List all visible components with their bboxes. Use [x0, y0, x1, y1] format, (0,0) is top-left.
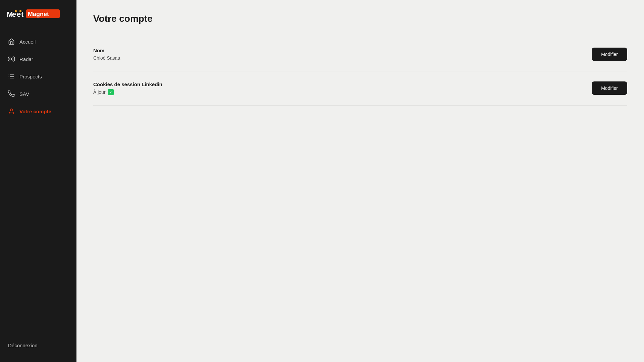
sidebar-item-prospects-label: Prospects	[19, 74, 42, 79]
sidebar-item-votre-compte[interactable]: Votre compte	[0, 103, 76, 119]
cookies-modifier-button[interactable]: Modifier	[592, 81, 627, 95]
cookies-info: Cookies de session Linkedin À jour ✓	[93, 81, 162, 95]
deconnexion-button[interactable]: Déconnexion	[8, 343, 38, 348]
nom-info: Nom Chloé Sasaa	[93, 48, 120, 61]
checkmark-icon: ✓	[108, 89, 114, 95]
nom-section: Nom Chloé Sasaa Modifier	[93, 38, 627, 71]
svg-text:t: t	[21, 10, 24, 18]
cookies-value: À jour ✓	[93, 89, 162, 95]
page-title: Votre compte	[93, 13, 627, 24]
sidebar-bottom: Déconnexion	[0, 336, 76, 355]
logo: M e e t Magnet	[7, 8, 60, 20]
nom-value: Chloé Sasaa	[93, 55, 120, 61]
cookies-label: Cookies de session Linkedin	[93, 81, 162, 87]
list-icon	[8, 73, 15, 80]
svg-point-15	[10, 109, 13, 111]
phone-icon	[8, 90, 15, 97]
home-icon	[8, 38, 15, 45]
nom-modifier-button[interactable]: Modifier	[592, 48, 627, 61]
sidebar-item-sav[interactable]: SAV	[0, 86, 76, 102]
logo-area: M e e t Magnet	[0, 0, 76, 27]
sidebar-item-votre-compte-label: Votre compte	[19, 109, 51, 114]
svg-point-8	[11, 58, 12, 59]
sidebar-item-accueil[interactable]: Accueil	[0, 34, 76, 50]
sidebar-item-radar[interactable]: Radar	[0, 51, 76, 67]
sidebar: M e e t Magnet Accueil	[0, 0, 76, 362]
svg-text:Magnet: Magnet	[28, 11, 49, 17]
logo-svg: M e e t Magnet	[7, 8, 60, 20]
nom-label: Nom	[93, 48, 120, 53]
radar-icon	[8, 56, 15, 62]
cookies-section: Cookies de session Linkedin À jour ✓ Mod…	[93, 71, 627, 106]
sidebar-item-sav-label: SAV	[19, 91, 29, 97]
sidebar-item-radar-label: Radar	[19, 56, 33, 62]
nav-items: Accueil Radar	[0, 27, 76, 336]
main-content: Votre compte Nom Chloé Sasaa Modifier Co…	[76, 0, 644, 362]
sidebar-item-accueil-label: Accueil	[19, 39, 36, 45]
user-icon	[8, 108, 15, 115]
sidebar-item-prospects[interactable]: Prospects	[0, 68, 76, 84]
